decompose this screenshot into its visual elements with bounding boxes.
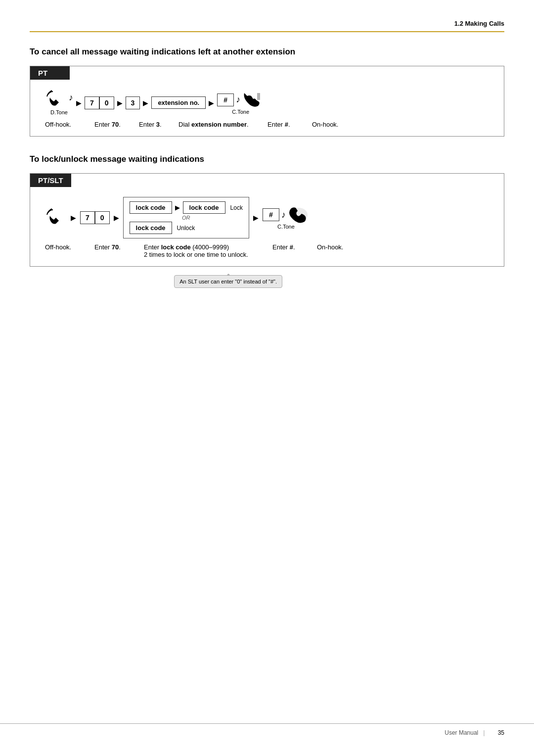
key-0: 0 [99,96,114,109]
ptslt-step-lockcode: Enter lock code (4000–9999) 2 times to l… [144,243,272,258]
page: 1.2 Making Calls To cancel all message w… [0,0,534,756]
section1-heading: To cancel all message waiting indication… [30,47,504,57]
hash-box: # [217,94,234,106]
ptslt-diagram-content: ▶ 7 0 ▶ lock code ▶ lock code [30,187,504,266]
tooltip-text: An SLT user can enter "0" instead of "#"… [179,279,277,284]
lock-code-box3: lock code [130,222,172,234]
pt-diagram-box: PT [30,66,504,137]
pt-box-header: PT [30,66,70,80]
slt-tooltip: An SLT user can enter "0" instead of "#"… [174,275,282,288]
arrow3: ▶ [143,99,148,107]
ptslt-ctone-group: # ♪ C.Tone [263,206,310,230]
keys-70-group: 7 0 [85,96,114,109]
ptslt-box-header: PT/SLT [30,174,71,187]
ptslt-keys-70: 7 0 [80,211,110,224]
offhook-text: Off-hook. [45,121,71,128]
hash-ctone-group: # ♪ C.Tone [217,91,264,115]
footer-divider: | [483,729,485,736]
ptslt-phone-ringing-icon [45,208,67,228]
ctone-label: C.Tone [232,109,249,115]
key-7: 7 [85,96,99,109]
unlock-label: Unlock [177,225,195,232]
pt-steps-desc: Off-hook. Enter 70. Enter 3. Dial extens… [45,121,489,128]
arrow2: ▶ [117,99,123,107]
lock-code-box2: lock code [183,201,225,214]
step-extension-desc: Dial extension number. [178,121,267,128]
lock-code-box1: lock code [130,201,172,214]
offhook-group: ♪ D.Tone [45,90,73,116]
section2-heading: To lock/unlock message waiting indicatio… [30,154,504,164]
arrow4: ▶ [209,99,214,107]
pt-diagram-content: ♪ D.Tone ▶ 7 0 ▶ 3 [30,80,504,136]
pt-flow-row: ♪ D.Tone ▶ 7 0 ▶ 3 [45,90,489,116]
section2: To lock/unlock message waiting indicatio… [30,154,504,267]
ptslt-onhook-icon [288,206,310,224]
section1: To cancel all message waiting indication… [30,47,504,137]
lock-branch-row: lock code ▶ lock code Lock [130,201,243,214]
lock-label: Lock [230,204,243,211]
ptslt-arrow3: ▶ [253,214,259,222]
footer: User Manual | 35 [0,723,534,736]
extension-text: Dial extension number. [178,121,249,128]
ptslt-arrow1: ▶ [71,214,76,222]
ptslt-step-hash: Enter #. [272,243,317,251]
dtone-note-icon: ♪ [69,93,73,103]
hash-text: Enter #. [267,121,290,128]
ptslt-flow-row: ▶ 7 0 ▶ lock code ▶ lock code [45,197,489,238]
or-label: OR [130,215,243,221]
key-3: 3 [126,96,140,109]
step-hash-desc: Enter #. [267,121,312,128]
ptslt-step-enter70: Enter 70. [94,243,144,251]
phone-ringing-icon [45,90,67,109]
section-title: 1.2 Making Calls [454,20,504,27]
enter70-text: Enter 70. [94,121,121,128]
lock-arrow: ▶ [175,204,180,211]
step-onhook-desc: On-hook. [312,121,352,128]
branch-container: lock code ▶ lock code Lock OR lock code … [123,197,249,238]
ptslt-key-0: 0 [95,211,110,224]
unlock-branch-row: lock code Unlock [130,222,243,234]
enter3-text: Enter 3. [139,121,162,128]
arrow1: ▶ [76,99,82,107]
step-offhook-desc: Off-hook. [45,121,94,128]
onhook-text: On-hook. [312,121,338,128]
extension-no-box: extension no. [151,96,206,109]
ptslt-key-7: 7 [80,211,95,224]
footer-label: User Manual [445,729,478,736]
tooltip-arrow [226,272,230,276]
ctone-note-icon: ♪ [236,94,240,105]
ptslt-step-offhook: Off-hook. [45,243,94,251]
step-enter70-desc: Enter 70. [94,121,139,128]
ptslt-step-onhook: On-hook. [317,243,356,251]
header-bar: 1.2 Making Calls [30,20,504,32]
ptslt-arrow2: ▶ [114,214,119,222]
step-enter3-desc: Enter 3. [139,121,178,128]
ptslt-diagram-box: PT/SLT ▶ 7 0 [30,173,504,267]
footer-page: 35 [498,729,504,736]
dtone-label: D.Tone [50,109,68,116]
ptslt-steps-desc: Off-hook. Enter 70. Enter lock code (400… [45,243,489,258]
ptslt-ctone-note-icon: ♪ [281,210,286,220]
phone-onhook-icon [242,91,264,109]
ptslt-hash-box: # [263,208,279,221]
ptslt-ctone-label: C.Tone [277,224,295,230]
